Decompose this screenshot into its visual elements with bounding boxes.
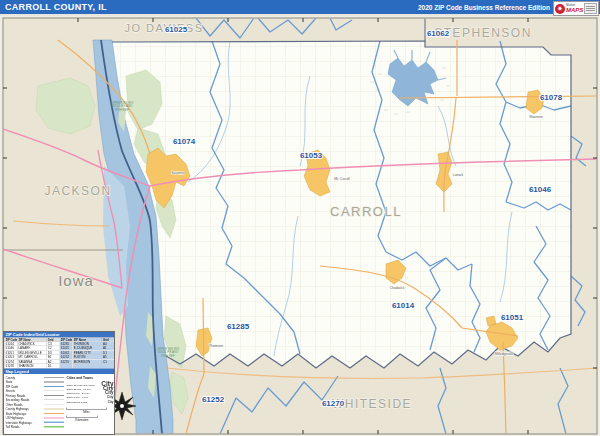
legend-panel: ZIP Code Index/Grid Locator ZIP CodeZIP … — [3, 331, 115, 435]
legend-line-swatch — [44, 404, 64, 405]
legend-item-label: Primary Roads — [6, 394, 26, 397]
zip-label-61078: 61078 — [540, 93, 563, 102]
city-class-label: Cities 5,000 - 24,999 — [67, 392, 90, 395]
town-label-shannon: Shannon — [529, 115, 543, 119]
legend-line-swatch — [44, 408, 64, 409]
cities-title: Cities and Towns — [67, 376, 114, 380]
zip-label-61053: 61053 — [300, 151, 323, 160]
legend-line-swatch — [44, 417, 64, 418]
edition-label: 2020 ZIP Code Business Reference Edition — [418, 4, 550, 11]
zip-index-table: ZIP CodeZIP NameGridZIP CodeZIP NameGrid… — [4, 338, 115, 369]
legend-item-label: Toll Roads — [6, 425, 20, 428]
logo-edition-box — [584, 3, 597, 14]
town-label-milledgeville: Milledgeville — [495, 352, 514, 356]
legend-item-label: County Highways — [6, 407, 29, 410]
index-col-header: ZIP Code — [59, 338, 72, 342]
city-sample: City — [108, 400, 114, 403]
zip-label-61046: 61046 — [529, 185, 552, 194]
legend-item-label: Streets — [6, 389, 16, 392]
legend-line-swatch — [44, 381, 64, 382]
legend-line-swatch — [44, 400, 64, 401]
legend-line-swatch — [44, 413, 64, 414]
index-col-header: ZIP Code — [4, 338, 17, 342]
legend-item-label: US Highways — [6, 416, 24, 419]
scale-bar-miles: Miles — [67, 408, 107, 414]
town-label-lanark: Lanark — [453, 173, 464, 177]
state-label-iowa: Iowa — [58, 272, 94, 289]
header-bar: CARROLL COUNTY, IL 2020 ZIP Code Busines… — [0, 0, 600, 14]
logo-globe-icon: ✷ — [555, 4, 565, 14]
zip-label-61051: 61051 — [501, 313, 524, 322]
zip-label-61014: 61014 — [392, 301, 415, 310]
map-title: CARROLL COUNTY, IL — [5, 2, 107, 12]
zip-label-61285: 61285 — [227, 322, 250, 331]
zip-label-61062: 61062 — [427, 29, 450, 38]
legend-line-swatch — [44, 426, 64, 428]
legend-line-swatch — [44, 391, 64, 392]
legend-line-swatch — [44, 386, 64, 387]
zip-label-61252: 61252 — [202, 395, 225, 404]
legend-item-label: State — [6, 380, 13, 383]
legend-item-label: County — [6, 376, 16, 379]
town-label-mtcarroll: Mt. Carroll — [334, 177, 350, 181]
city-sample: City — [107, 395, 114, 399]
city-class-label: Cities Below 1,000 — [67, 400, 88, 403]
city-class-label: Cities 100,000 and Above — [67, 384, 96, 387]
city-class-label: Cities 1,000 - 4,999 — [67, 396, 89, 399]
town-label-chadwick: Chadwick — [390, 286, 405, 290]
logo-brand: MAPS — [566, 7, 583, 13]
legend-item-label: State Highways — [6, 412, 27, 415]
legend-cities-column: Cities and Towns Cities 100,000 and Abov… — [67, 375, 114, 429]
town-label-thomson: Thomson — [209, 344, 223, 348]
legend-line-swatch — [44, 395, 64, 396]
state-label: Iowa — [58, 272, 94, 289]
legend-item-label: Interstate Highways — [6, 421, 32, 424]
page: { "header": { "title": "CARROLL COUNTY, … — [0, 0, 600, 436]
city-class-row: Cities Below 1,000City — [67, 400, 114, 405]
county-label-jackson: JACKSON — [44, 184, 111, 198]
legend-item-toll-roads: Toll Roads — [6, 425, 65, 430]
legend-line-swatch — [44, 422, 64, 424]
legend-line-items: CountyStateZIP CodeStreetsPrimary RoadsS… — [6, 375, 65, 429]
zip-label-61074: 61074 — [173, 137, 196, 146]
zip-label-61270: 61270 — [322, 399, 345, 408]
city-class-label: Cities 25,000 - 99,999 — [67, 388, 91, 391]
zip-label-61025: 61025 — [165, 25, 188, 34]
town-label-savanna: Savanna — [171, 171, 184, 175]
legend-item-label: ZIP Code — [6, 385, 19, 388]
publisher-logo: ✷ Market MAPS — [553, 1, 599, 16]
legend-line-swatch — [44, 377, 64, 378]
county-label-carroll: CARROLL — [330, 204, 402, 219]
legend-item-label: Other Roads — [6, 403, 23, 406]
scale-bar-kilometers: Kilometers — [67, 416, 98, 422]
legend-item-label: Secondary Roads — [6, 398, 30, 401]
